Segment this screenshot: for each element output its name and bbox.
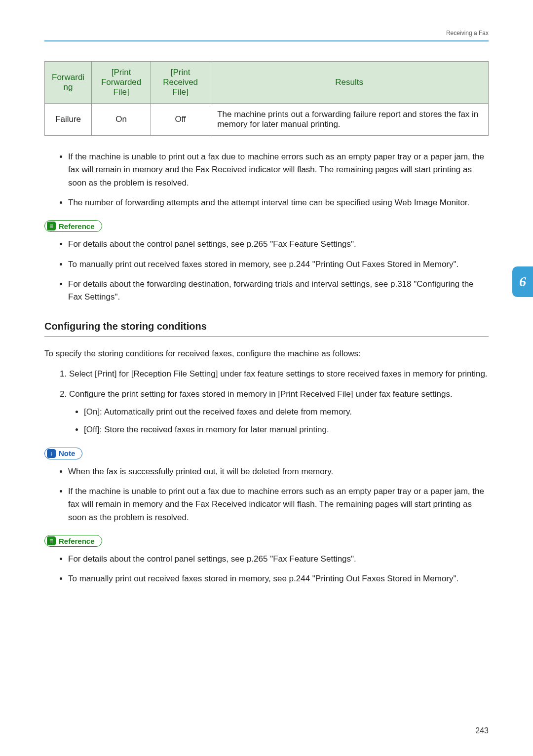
- reference-label: Reference: [59, 537, 95, 545]
- section-heading: Configuring the storing conditions: [44, 321, 489, 337]
- reference-icon: ≡: [47, 536, 56, 545]
- table-header-forwarding: Forwardi ng: [45, 62, 92, 104]
- breadcrumb: Receiving a Fax: [446, 30, 489, 37]
- steps-list: Select [Print] for [Reception File Setti…: [44, 368, 489, 436]
- cell-forwarding: Failure: [45, 104, 92, 136]
- results-table: Forwardi ng [Print Forwarded File] [Prin…: [44, 61, 489, 136]
- step-item: Configure the print setting for faxes st…: [69, 388, 489, 437]
- sub-list-item: [Off]: Store the received faxes in memor…: [84, 423, 489, 436]
- sub-list-item: [On]: Automatically print out the receiv…: [84, 406, 489, 418]
- table-header-results: Results: [210, 62, 489, 104]
- sub-list: [On]: Automatically print out the receiv…: [69, 406, 489, 437]
- list-item: When the fax is successfully printed out…: [68, 465, 489, 478]
- note-label: Note: [59, 449, 75, 457]
- cell-print-received: Off: [151, 104, 210, 136]
- list-item: For details about the control panel sett…: [68, 238, 489, 251]
- reference-badge-2: ≡ Reference: [44, 535, 102, 547]
- list-item: If the machine is unable to print out a …: [68, 485, 489, 524]
- note-icon: ↓: [47, 449, 56, 458]
- list-item: For details about the control panel sett…: [68, 553, 489, 566]
- table-row: Failure On Off The machine prints out a …: [45, 104, 489, 136]
- table-header-print-received: [Print Received File]: [151, 62, 210, 104]
- list-item: To manually print out received faxes sto…: [68, 258, 489, 271]
- reference-icon: ≡: [47, 222, 56, 230]
- step-text: Select [Print] for [Reception File Setti…: [69, 369, 488, 378]
- table-header-print-forwarded: [Print Forwarded File]: [92, 62, 151, 104]
- page-header: Receiving a Fax: [44, 30, 489, 41]
- section-intro: To specify the storing conditions for re…: [44, 347, 489, 360]
- top-notes-list: If the machine is unable to print out a …: [44, 151, 489, 209]
- reference-list-1: For details about the control panel sett…: [44, 238, 489, 303]
- chapter-number: 6: [519, 274, 526, 290]
- reference-label: Reference: [59, 222, 95, 230]
- page-number: 243: [475, 726, 489, 735]
- step-item: Select [Print] for [Reception File Setti…: [69, 368, 489, 380]
- cell-print-forwarded: On: [92, 104, 151, 136]
- reference-badge: ≡ Reference: [44, 220, 102, 232]
- chapter-tab: 6: [512, 266, 533, 297]
- list-item: For details about the forwarding destina…: [68, 278, 489, 304]
- cell-results: The machine prints out a forwarding fail…: [210, 104, 489, 136]
- note-list: When the fax is successfully printed out…: [44, 465, 489, 524]
- note-badge: ↓ Note: [44, 448, 82, 459]
- reference-list-2: For details about the control panel sett…: [44, 553, 489, 586]
- step-text: Configure the print setting for faxes st…: [69, 389, 453, 399]
- list-item: If the machine is unable to print out a …: [68, 151, 489, 189]
- list-item: The number of forwarding attempts and th…: [68, 196, 489, 209]
- list-item: To manually print out received faxes sto…: [68, 572, 489, 585]
